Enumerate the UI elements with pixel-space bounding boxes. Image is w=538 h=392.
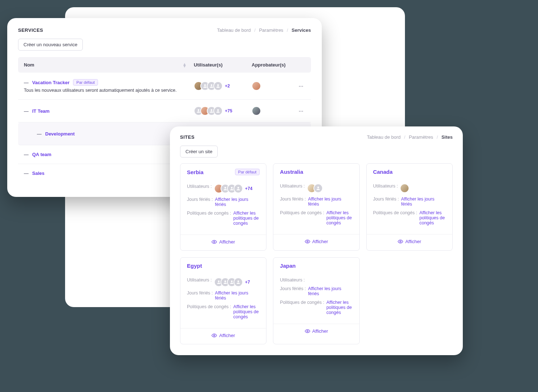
breadcrumb-link[interactable]: Tableau de bord [367, 134, 401, 140]
view-holidays-link[interactable]: Afficher les jours fériés [308, 197, 353, 207]
view-site-button[interactable]: Afficher [212, 333, 235, 338]
table-row: — IT Team +75 ⋯ [18, 100, 311, 122]
view-holidays-link[interactable]: Afficher les jours fériés [215, 290, 260, 301]
row-menu-icon[interactable]: ⋯ [299, 83, 304, 89]
service-name-link[interactable]: Development [45, 131, 75, 137]
site-card: CanadaUtilisateurs :Jours fériés :Affich… [366, 163, 453, 251]
service-name-link[interactable]: Sales [32, 171, 44, 176]
default-badge: Par défaut [73, 79, 98, 86]
services-breadcrumb: Tableau de bord / Paramètres / Services [217, 27, 311, 33]
holidays-label: Jours fériés : [187, 290, 213, 296]
service-name-link[interactable]: IT Team [32, 108, 50, 114]
view-policies-link[interactable]: Afficher les politiques de congés [419, 210, 446, 225]
view-holidays-link[interactable]: Afficher les jours fériés [308, 286, 353, 296]
site-card: EgyptUtilisateurs :+7Jours fériés :Affic… [180, 257, 266, 344]
svg-point-13 [400, 241, 401, 242]
avatar-placeholder [213, 81, 223, 91]
view-site-button[interactable]: Afficher [305, 239, 328, 244]
view-policies-link[interactable]: Afficher les politiques de congés [233, 211, 260, 226]
eye-icon [212, 239, 217, 245]
collapse-icon[interactable]: — [24, 80, 29, 85]
svg-point-16 [231, 280, 232, 282]
site-card: SerbiaPar défautUtilisateurs :+74Jours f… [180, 163, 266, 251]
collapse-icon[interactable]: — [24, 171, 29, 176]
breadcrumb-link[interactable]: Paramètres [409, 134, 433, 140]
collapse-icon[interactable]: — [37, 131, 42, 137]
policies-label: Politiques de congés : [187, 211, 231, 216]
table-header: Nom ▲▼ Utilisateur(s) Approbateur(s) [18, 57, 311, 73]
view-policies-link[interactable]: Afficher les politiques de congés [326, 210, 353, 225]
view-site-button[interactable]: Afficher [398, 239, 421, 244]
svg-point-11 [317, 186, 319, 188]
user-avatars[interactable]: +75 [194, 106, 252, 116]
services-title: SERVICES [18, 27, 43, 33]
eye-icon [212, 333, 217, 338]
view-site-button[interactable]: Afficher [212, 239, 235, 245]
svg-point-8 [231, 187, 232, 189]
sites-breadcrumb: Tableau de bord / Paramètres / Sites [367, 134, 453, 140]
users-label: Utilisateurs : [187, 184, 212, 189]
site-name-link[interactable]: Canada [373, 169, 393, 175]
users-label: Utilisateurs : [187, 277, 212, 283]
view-holidays-link[interactable]: Afficher les jours fériés [401, 197, 446, 207]
users-label: Utilisateurs : [373, 184, 398, 189]
avatar-placeholder [213, 106, 223, 116]
service-name-link[interactable]: Vacation Tracker [32, 80, 69, 85]
view-policies-link[interactable]: Afficher les politiques de congés [233, 304, 260, 319]
create-site-button[interactable]: Créer un site [180, 146, 218, 158]
col-name[interactable]: Nom [24, 62, 34, 68]
sites-panel: SITES Tableau de bord / Paramètres / Sit… [170, 126, 463, 355]
site-name-link[interactable]: Japan [280, 263, 295, 269]
user-avatars[interactable] [400, 184, 409, 193]
svg-point-14 [218, 280, 219, 282]
users-label: Utilisateurs : [280, 184, 305, 189]
holidays-label: Jours fériés : [187, 197, 213, 202]
svg-point-2 [217, 84, 219, 86]
users-label: Utilisateurs : [280, 277, 305, 283]
site-name-link[interactable]: Australia [280, 169, 303, 175]
svg-point-17 [237, 280, 239, 282]
avatar-placeholder [313, 184, 323, 193]
approver-avatars[interactable] [252, 106, 299, 116]
site-name-link[interactable]: Serbia [187, 169, 204, 175]
sort-icon[interactable]: ▲▼ [183, 63, 187, 67]
holidays-label: Jours fériés : [280, 197, 306, 202]
user-avatars[interactable]: +2 [194, 81, 252, 91]
service-description: Tous les nouveaux utilisateurs seront au… [24, 88, 194, 93]
avatar [252, 106, 261, 116]
row-menu-icon[interactable]: ⋯ [299, 108, 304, 114]
policies-label: Politiques de congés : [280, 210, 324, 215]
create-service-button[interactable]: Créer un nouveau service [18, 39, 83, 51]
svg-point-9 [237, 187, 239, 189]
collapse-icon[interactable]: — [24, 152, 29, 157]
svg-point-19 [307, 331, 308, 332]
svg-point-1 [211, 84, 213, 86]
user-avatars[interactable] [307, 184, 323, 193]
site-name-link[interactable]: Egypt [187, 263, 202, 269]
service-name-link[interactable]: QA team [32, 152, 51, 157]
avatar [400, 184, 409, 193]
table-row: — Vacation Tracker Par défaut Tous les n… [18, 73, 311, 100]
collapse-icon[interactable]: — [24, 108, 29, 114]
avatar-overflow-count: +75 [225, 108, 232, 113]
user-avatars[interactable]: +74 [214, 184, 252, 193]
col-approvers: Approbateur(s) [252, 62, 299, 68]
col-users: Utilisateur(s) [194, 62, 252, 68]
site-card: JapanUtilisateurs :Jours fériés :Affiche… [273, 257, 359, 344]
policies-label: Politiques de congés : [280, 300, 324, 305]
svg-point-15 [224, 280, 226, 282]
avatar-overflow-count: +2 [225, 83, 230, 89]
view-policies-link[interactable]: Afficher les politiques de congés [326, 300, 353, 315]
breadcrumb-link[interactable]: Paramètres [259, 27, 283, 33]
view-holidays-link[interactable]: Afficher les jours fériés [215, 197, 260, 207]
breadcrumb-current: Services [292, 27, 311, 33]
user-avatars[interactable]: +7 [214, 277, 250, 287]
avatar-overflow-count: +7 [245, 280, 250, 285]
approver-avatars[interactable] [252, 81, 299, 91]
svg-point-12 [307, 241, 308, 242]
svg-point-10 [214, 241, 215, 243]
default-badge: Par défaut [235, 169, 260, 175]
breadcrumb-link[interactable]: Tableau de bord [217, 27, 251, 33]
svg-point-18 [214, 335, 215, 336]
view-site-button[interactable]: Afficher [305, 328, 328, 334]
